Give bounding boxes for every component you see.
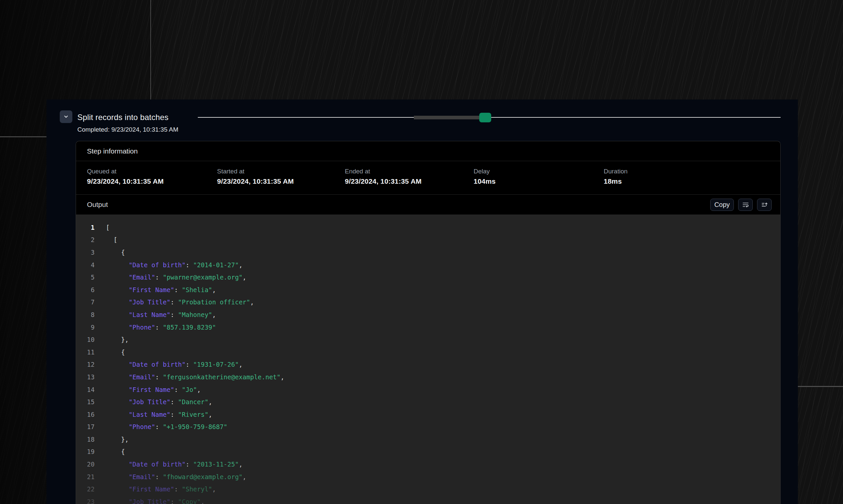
output-title: Output: [87, 201, 108, 209]
meta-label: Delay: [474, 168, 604, 175]
scroll-to-top-button[interactable]: [757, 199, 772, 211]
chevron-down-icon: [63, 114, 69, 120]
meta-ended-at: Ended at 9/23/2024, 10:31:35 AM: [345, 168, 474, 194]
meta-started-at: Started at 9/23/2024, 10:31:35 AM: [217, 168, 345, 194]
code-line: 16"Last Name": "Rivers",: [76, 408, 780, 421]
line-number: 8: [79, 311, 94, 318]
line-number: 15: [79, 398, 94, 406]
line-number: 6: [79, 286, 94, 293]
step-metadata-row: Queued at 9/23/2024, 10:31:35 AM Started…: [76, 161, 780, 195]
code-line: 14"First Name": "Jo",: [76, 383, 780, 396]
line-number: 13: [79, 373, 94, 381]
step-status: Completed: 9/23/2024, 10:31:35 AM: [77, 126, 178, 133]
line-number: 1: [79, 224, 94, 231]
code-line: 11{: [76, 346, 780, 358]
line-number: 3: [79, 249, 94, 256]
step-information-card: Step information Queued at 9/23/2024, 10…: [76, 141, 780, 504]
line-number: 19: [79, 448, 94, 455]
line-number: 17: [79, 423, 94, 430]
output-code-block[interactable]: 1[2[3{4"Date of birth": "2014-01-27",5"E…: [76, 215, 780, 504]
line-number: 9: [79, 324, 94, 331]
meta-label: Ended at: [345, 168, 474, 175]
step-title: Split records into batches: [77, 113, 169, 122]
line-number: 23: [79, 498, 94, 504]
code-line: 21"Email": "fhoward@example.org",: [76, 470, 780, 483]
meta-duration: Duration 18ms: [604, 168, 780, 194]
line-number: 10: [79, 336, 94, 343]
code-line: 10},: [76, 333, 780, 346]
code-line: 19{: [76, 446, 780, 458]
code-line: 8"Last Name": "Mahoney",: [76, 308, 780, 321]
code-line: 2[: [76, 234, 780, 246]
output-header: Output Copy: [76, 195, 780, 215]
code-line: 6"First Name": "Shelia",: [76, 284, 780, 296]
code-line: 15"Job Title": "Dancer",: [76, 396, 780, 408]
line-number: 21: [79, 473, 94, 481]
line-number: 11: [79, 348, 94, 356]
line-number: 16: [79, 411, 94, 418]
step-timeline[interactable]: [198, 113, 780, 123]
wrap-text-button[interactable]: [738, 199, 753, 211]
line-number: 20: [79, 461, 94, 468]
card-header-title: Step information: [87, 147, 138, 155]
timeline-marker-completed[interactable]: [479, 113, 491, 122]
collapse-step-button[interactable]: [60, 110, 72, 123]
code-line: 3{: [76, 246, 780, 259]
scroll-to-top-icon: [761, 201, 768, 208]
code-line: 7"Job Title": "Probation officer",: [76, 296, 780, 309]
line-number: 18: [79, 436, 94, 443]
code-line: 20"Date of birth": "2013-11-25",: [76, 458, 780, 470]
meta-value: 9/23/2024, 10:31:35 AM: [87, 177, 217, 185]
step-detail-panel: Split records into batches Completed: 9/…: [47, 100, 798, 504]
meta-label: Duration: [604, 168, 780, 175]
code-line: 18},: [76, 433, 780, 446]
line-number: 12: [79, 361, 94, 368]
code-line: 9"Phone": "857.139.8239": [76, 321, 780, 334]
output-actions: Copy: [710, 199, 772, 211]
meta-label: Started at: [217, 168, 345, 175]
meta-label: Queued at: [87, 168, 217, 175]
code-line: 1[: [76, 221, 780, 234]
line-number: 2: [79, 236, 94, 244]
code-line: 4"Date of birth": "2014-01-27",: [76, 259, 780, 271]
code-line: 17"Phone": "+1-950-759-8687": [76, 421, 780, 433]
card-header: Step information: [76, 141, 780, 161]
copy-output-button[interactable]: Copy: [710, 199, 734, 211]
code-line: 12"Date of birth": "1931-07-26",: [76, 358, 780, 371]
meta-delay: Delay 104ms: [474, 168, 604, 194]
line-number: 5: [79, 273, 94, 281]
code-line: 13"Email": "fergusonkatherine@example.ne…: [76, 371, 780, 383]
meta-value: 18ms: [604, 177, 780, 185]
timeline-queued-track: [414, 116, 480, 119]
background-vertical-line: [150, 0, 151, 100]
wrap-text-icon: [742, 201, 749, 208]
meta-value: 9/23/2024, 10:31:35 AM: [217, 177, 345, 185]
line-number: 7: [79, 299, 94, 306]
code-line: 23"Job Title": "Copy",: [76, 496, 780, 504]
meta-value: 104ms: [474, 177, 604, 185]
code-line: 22"First Name": "Sheryl",: [76, 483, 780, 496]
background-horizontal-line-right: [798, 386, 843, 387]
meta-value: 9/23/2024, 10:31:35 AM: [345, 177, 474, 185]
line-number: 14: [79, 386, 94, 393]
background-horizontal-line-left: [0, 136, 47, 137]
line-number: 22: [79, 485, 94, 493]
line-number: 4: [79, 261, 94, 269]
meta-queued-at: Queued at 9/23/2024, 10:31:35 AM: [87, 168, 217, 194]
code-line: 5"Email": "pwarner@example.org",: [76, 271, 780, 284]
